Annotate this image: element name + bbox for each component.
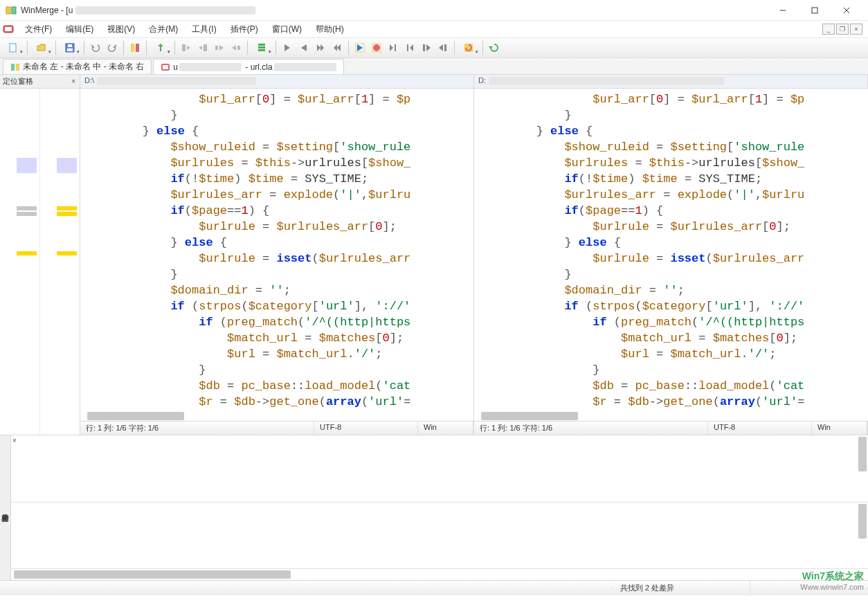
svg-rect-3: [812, 8, 817, 13]
app-menu-icon[interactable]: [3, 24, 14, 35]
status-diff-count: 共找到 2 处差异: [612, 581, 750, 595]
reload-button[interactable]: [487, 40, 502, 55]
location-pane: 定位窗格 ×: [0, 75, 80, 435]
svg-rect-7: [5, 27, 12, 31]
prev-diff-button[interactable]: [296, 40, 311, 55]
tab-url-class[interactable]: u - url.cla: [153, 59, 343, 74]
left-eol: Win: [418, 422, 473, 435]
main-status-bar: 共找到 2 处差异: [0, 580, 868, 595]
mdi-close-button[interactable]: ×: [850, 24, 862, 35]
diff-indicator-icon[interactable]: [127, 40, 143, 55]
save-button[interactable]: [60, 40, 80, 55]
svg-rect-12: [131, 44, 134, 52]
menu-view[interactable]: 视图(V): [100, 22, 142, 37]
prev-file-diff-button[interactable]: [435, 40, 451, 55]
svg-rect-1: [12, 7, 16, 14]
left-h-scrollbar[interactable]: [80, 411, 473, 421]
title-bar: WinMerge - [u: [0, 0, 868, 21]
diff-h-scrollbar[interactable]: [11, 569, 868, 580]
tab-untitled-compare[interactable]: 未命名 左 - 未命名 中 - 未命名 右: [3, 59, 152, 74]
left-encoding: UTF-8: [314, 422, 418, 435]
window-title: WinMerge - [u: [21, 6, 767, 15]
right-encoding: UTF-8: [708, 422, 812, 435]
new-button[interactable]: [3, 40, 24, 55]
svg-rect-29: [11, 64, 15, 71]
location-pane-header: 定位窗格 ×: [0, 75, 80, 89]
diff-row-close-icon[interactable]: ×: [12, 437, 17, 444]
svg-rect-25: [407, 44, 408, 51]
status-right: [750, 587, 868, 590]
menu-help[interactable]: 帮助(H): [309, 22, 351, 37]
svg-rect-26: [423, 44, 425, 51]
svg-rect-0: [6, 7, 10, 14]
workspace: 定位窗格 × D:\ D:: [0, 75, 868, 435]
redo-button[interactable]: [105, 40, 120, 55]
tab-label: 未命名 左 - 未命名 中 - 未命名 右: [23, 61, 144, 73]
copy-all-left-button[interactable]: [195, 40, 210, 55]
mdi-minimize-button[interactable]: _: [822, 24, 835, 35]
left-code-pane[interactable]: $url_arr[0] = $url_arr[1] = $p } } else …: [80, 89, 474, 421]
menu-edit[interactable]: 编辑(E): [59, 22, 100, 37]
first-diff-button[interactable]: [352, 40, 368, 55]
diff-bottom-v-scrollbar[interactable]: [857, 503, 868, 569]
tab-label: u - url.cla: [173, 62, 336, 72]
menu-plugin[interactable]: 插件(P): [224, 22, 265, 37]
menu-merge[interactable]: 合并(M): [142, 22, 185, 37]
toolbar: [0, 37, 868, 58]
compare-tab-icon: [10, 62, 20, 72]
svg-rect-18: [258, 44, 265, 46]
next-next-diff-button[interactable]: [313, 40, 328, 55]
location-pane-body[interactable]: [0, 89, 80, 435]
prev-prev-diff-button[interactable]: [329, 40, 345, 55]
menu-file[interactable]: 文件(F): [18, 22, 59, 37]
undo-button[interactable]: [88, 40, 103, 55]
minimize-button[interactable]: [767, 0, 799, 21]
diff-top-v-scrollbar[interactable]: [857, 435, 868, 502]
path-bar: D:\ D:: [80, 75, 868, 89]
svg-rect-20: [258, 49, 265, 51]
right-h-scrollbar[interactable]: [474, 411, 868, 421]
all-diffs-button[interactable]: [251, 40, 272, 55]
open-button[interactable]: [31, 40, 52, 55]
menu-bar: 文件(F) 编辑(E) 视图(V) 合并(M) 工具(I) 插件(P) 窗口(W…: [0, 21, 868, 37]
svg-rect-11: [68, 44, 72, 47]
right-code-pane[interactable]: $url_arr[0] = $url_arr[1] = $p } } else …: [474, 89, 868, 421]
location-pane-title: 定位窗格: [3, 76, 33, 87]
svg-point-22: [373, 44, 380, 51]
menu-tool[interactable]: 工具(I): [185, 22, 223, 37]
svg-rect-14: [182, 44, 186, 51]
next-file-diff-button[interactable]: [419, 40, 434, 55]
diff-pane: 差异窗格 ×: [0, 435, 868, 580]
code-split: $url_arr[0] = $url_arr[1] = $p } } else …: [80, 89, 868, 421]
svg-rect-10: [67, 48, 73, 51]
close-button[interactable]: [831, 0, 862, 21]
right-path: D:: [474, 75, 868, 88]
refresh-compare-button[interactable]: [150, 40, 171, 55]
copy-right-button[interactable]: [212, 40, 227, 55]
copy-left-button[interactable]: [228, 40, 244, 55]
refresh-button[interactable]: [458, 40, 479, 55]
right-eol: Win: [812, 422, 867, 435]
compare-tab-icon: [161, 62, 170, 72]
next-diff-button[interactable]: [280, 40, 295, 55]
mdi-restore-button[interactable]: ❐: [836, 24, 849, 35]
status-left: [0, 587, 612, 590]
maximize-button[interactable]: [799, 0, 831, 21]
diff-row-top[interactable]: ×: [11, 435, 868, 503]
svg-rect-17: [237, 46, 240, 50]
current-diff-button[interactable]: [369, 40, 384, 55]
menu-window[interactable]: 窗口(W): [265, 22, 309, 37]
copy-all-right-button[interactable]: [179, 40, 194, 55]
diff-pane-label: 差异窗格: [0, 435, 11, 580]
document-tabs: 未命名 左 - 未命名 中 - 未命名 右 u - url.cla: [0, 58, 868, 75]
left-cursor-pos: 行: 1 列: 1/6 字符: 1/6: [80, 422, 314, 435]
left-path: D:\: [80, 75, 474, 88]
svg-rect-27: [444, 44, 446, 51]
svg-rect-19: [258, 46, 265, 48]
location-pane-close-icon[interactable]: ×: [70, 78, 77, 85]
svg-rect-32: [163, 65, 168, 69]
first-file-diff-button[interactable]: [402, 40, 417, 55]
diff-row-bottom[interactable]: [11, 503, 868, 570]
svg-rect-24: [395, 44, 396, 51]
last-file-diff-button[interactable]: [386, 40, 401, 55]
